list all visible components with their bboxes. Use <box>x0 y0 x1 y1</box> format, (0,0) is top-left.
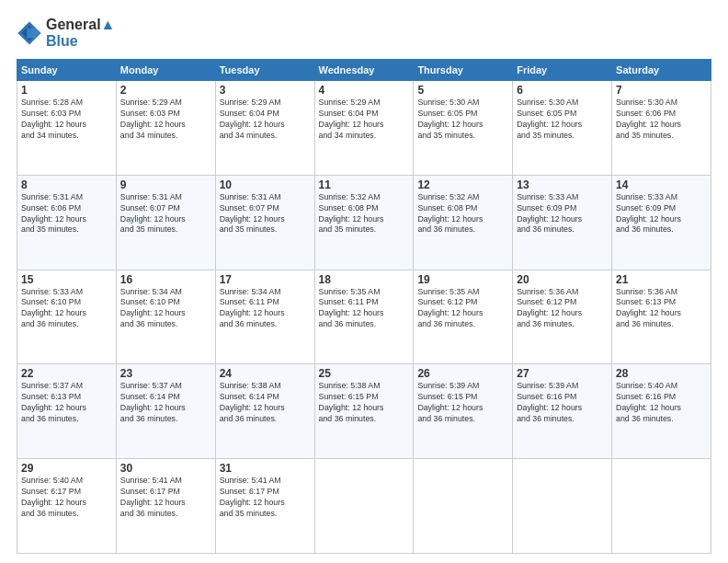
calendar-cell: 3Sunrise: 5:29 AM Sunset: 6:04 PM Daylig… <box>215 81 314 176</box>
calendar-cell: 1Sunrise: 5:28 AM Sunset: 6:03 PM Daylig… <box>17 81 117 176</box>
day-number: 3 <box>220 84 311 97</box>
calendar-cell: 2Sunrise: 5:29 AM Sunset: 6:03 PM Daylig… <box>116 81 215 176</box>
day-number: 23 <box>120 367 211 380</box>
day-number: 10 <box>220 178 311 191</box>
calendar-cell: 23Sunrise: 5:37 AM Sunset: 6:14 PM Dayli… <box>116 364 215 459</box>
calendar-week-row: 22Sunrise: 5:37 AM Sunset: 6:13 PM Dayli… <box>17 364 711 459</box>
day-info: Sunrise: 5:29 AM Sunset: 6:03 PM Dayligh… <box>120 98 211 142</box>
day-info: Sunrise: 5:30 AM Sunset: 6:06 PM Dayligh… <box>616 98 707 142</box>
day-number: 5 <box>417 84 508 97</box>
calendar-cell: 24Sunrise: 5:38 AM Sunset: 6:14 PM Dayli… <box>215 364 314 459</box>
calendar-cell: 5Sunrise: 5:30 AM Sunset: 6:05 PM Daylig… <box>414 81 513 176</box>
day-info: Sunrise: 5:40 AM Sunset: 6:16 PM Dayligh… <box>616 381 707 425</box>
day-number: 13 <box>517 178 608 191</box>
dow-header: Wednesday <box>314 60 414 81</box>
day-number: 4 <box>319 84 410 97</box>
day-info: Sunrise: 5:36 AM Sunset: 6:12 PM Dayligh… <box>517 287 608 331</box>
calendar-cell: 26Sunrise: 5:39 AM Sunset: 6:15 PM Dayli… <box>414 364 513 459</box>
day-info: Sunrise: 5:35 AM Sunset: 6:12 PM Dayligh… <box>417 287 508 331</box>
calendar-table: SundayMondayTuesdayWednesdayThursdayFrid… <box>17 59 711 554</box>
calendar-cell: 6Sunrise: 5:30 AM Sunset: 6:05 PM Daylig… <box>513 81 612 176</box>
day-number: 29 <box>21 462 112 475</box>
day-info: Sunrise: 5:31 AM Sunset: 6:06 PM Dayligh… <box>21 192 112 236</box>
calendar-week-row: 8Sunrise: 5:31 AM Sunset: 6:06 PM Daylig… <box>17 175 711 270</box>
days-of-week-row: SundayMondayTuesdayWednesdayThursdayFrid… <box>17 60 711 81</box>
day-number: 2 <box>120 84 211 97</box>
day-info: Sunrise: 5:38 AM Sunset: 6:14 PM Dayligh… <box>220 381 311 425</box>
day-info: Sunrise: 5:40 AM Sunset: 6:17 PM Dayligh… <box>21 476 112 520</box>
day-number: 16 <box>120 273 211 286</box>
calendar-cell: 15Sunrise: 5:33 AM Sunset: 6:10 PM Dayli… <box>17 270 117 364</box>
calendar-cell <box>314 459 414 554</box>
day-number: 7 <box>616 84 707 97</box>
day-number: 14 <box>616 178 707 191</box>
day-info: Sunrise: 5:33 AM Sunset: 6:09 PM Dayligh… <box>616 192 707 236</box>
calendar-cell: 9Sunrise: 5:31 AM Sunset: 6:07 PM Daylig… <box>116 175 215 270</box>
logo: General▲ Blue <box>17 17 115 50</box>
day-info: Sunrise: 5:39 AM Sunset: 6:15 PM Dayligh… <box>417 381 508 425</box>
calendar-cell <box>513 459 612 554</box>
calendar-cell: 29Sunrise: 5:40 AM Sunset: 6:17 PM Dayli… <box>17 459 117 554</box>
calendar-week-row: 1Sunrise: 5:28 AM Sunset: 6:03 PM Daylig… <box>17 81 711 176</box>
day-info: Sunrise: 5:41 AM Sunset: 6:17 PM Dayligh… <box>220 476 311 520</box>
dow-header: Tuesday <box>215 60 314 81</box>
day-number: 31 <box>220 462 311 475</box>
day-number: 26 <box>417 367 508 380</box>
day-number: 8 <box>21 178 112 191</box>
day-number: 15 <box>21 273 112 286</box>
day-info: Sunrise: 5:28 AM Sunset: 6:03 PM Dayligh… <box>21 98 112 142</box>
day-info: Sunrise: 5:32 AM Sunset: 6:08 PM Dayligh… <box>417 192 508 236</box>
day-info: Sunrise: 5:36 AM Sunset: 6:13 PM Dayligh… <box>616 287 707 331</box>
day-info: Sunrise: 5:29 AM Sunset: 6:04 PM Dayligh… <box>220 98 311 142</box>
dow-header: Friday <box>513 60 612 81</box>
day-info: Sunrise: 5:30 AM Sunset: 6:05 PM Dayligh… <box>417 98 508 142</box>
day-info: Sunrise: 5:34 AM Sunset: 6:10 PM Dayligh… <box>120 287 211 331</box>
day-number: 9 <box>120 178 211 191</box>
day-info: Sunrise: 5:30 AM Sunset: 6:05 PM Dayligh… <box>517 98 608 142</box>
calendar-page: General▲ Blue SundayMondayTuesdayWednesd… <box>0 0 728 563</box>
day-number: 6 <box>517 84 608 97</box>
day-info: Sunrise: 5:31 AM Sunset: 6:07 PM Dayligh… <box>220 192 311 236</box>
day-number: 18 <box>319 273 410 286</box>
day-number: 11 <box>319 178 410 191</box>
day-number: 28 <box>616 367 707 380</box>
calendar-cell: 14Sunrise: 5:33 AM Sunset: 6:09 PM Dayli… <box>612 175 711 270</box>
calendar-cell <box>612 459 711 554</box>
calendar-cell: 10Sunrise: 5:31 AM Sunset: 6:07 PM Dayli… <box>215 175 314 270</box>
calendar-cell: 21Sunrise: 5:36 AM Sunset: 6:13 PM Dayli… <box>612 270 711 364</box>
day-info: Sunrise: 5:31 AM Sunset: 6:07 PM Dayligh… <box>120 192 211 236</box>
calendar-cell: 13Sunrise: 5:33 AM Sunset: 6:09 PM Dayli… <box>513 175 612 270</box>
dow-header: Saturday <box>612 60 711 81</box>
calendar-cell: 16Sunrise: 5:34 AM Sunset: 6:10 PM Dayli… <box>116 270 215 364</box>
logo-text: General▲ Blue <box>46 17 115 50</box>
calendar-cell: 25Sunrise: 5:38 AM Sunset: 6:15 PM Dayli… <box>314 364 414 459</box>
day-number: 27 <box>517 367 608 380</box>
dow-header: Sunday <box>17 60 117 81</box>
day-info: Sunrise: 5:34 AM Sunset: 6:11 PM Dayligh… <box>220 287 311 331</box>
day-number: 25 <box>319 367 410 380</box>
day-info: Sunrise: 5:35 AM Sunset: 6:11 PM Dayligh… <box>319 287 410 331</box>
day-info: Sunrise: 5:39 AM Sunset: 6:16 PM Dayligh… <box>517 381 608 425</box>
calendar-cell: 11Sunrise: 5:32 AM Sunset: 6:08 PM Dayli… <box>314 175 414 270</box>
day-info: Sunrise: 5:32 AM Sunset: 6:08 PM Dayligh… <box>319 192 410 236</box>
day-info: Sunrise: 5:41 AM Sunset: 6:17 PM Dayligh… <box>120 476 211 520</box>
calendar-cell: 30Sunrise: 5:41 AM Sunset: 6:17 PM Dayli… <box>116 459 215 554</box>
calendar-cell: 22Sunrise: 5:37 AM Sunset: 6:13 PM Dayli… <box>17 364 117 459</box>
dow-header: Monday <box>116 60 215 81</box>
calendar-cell: 4Sunrise: 5:29 AM Sunset: 6:04 PM Daylig… <box>314 81 414 176</box>
svg-marker-2 <box>27 28 40 38</box>
day-info: Sunrise: 5:33 AM Sunset: 6:10 PM Dayligh… <box>21 287 112 331</box>
day-info: Sunrise: 5:33 AM Sunset: 6:09 PM Dayligh… <box>517 192 608 236</box>
header: General▲ Blue <box>17 17 711 50</box>
calendar-cell: 31Sunrise: 5:41 AM Sunset: 6:17 PM Dayli… <box>215 459 314 554</box>
day-number: 30 <box>120 462 211 475</box>
calendar-week-row: 29Sunrise: 5:40 AM Sunset: 6:17 PM Dayli… <box>17 459 711 554</box>
calendar-cell: 19Sunrise: 5:35 AM Sunset: 6:12 PM Dayli… <box>414 270 513 364</box>
calendar-cell: 28Sunrise: 5:40 AM Sunset: 6:16 PM Dayli… <box>612 364 711 459</box>
day-number: 19 <box>417 273 508 286</box>
day-number: 17 <box>220 273 311 286</box>
day-number: 22 <box>21 367 112 380</box>
day-info: Sunrise: 5:29 AM Sunset: 6:04 PM Dayligh… <box>319 98 410 142</box>
calendar-week-row: 15Sunrise: 5:33 AM Sunset: 6:10 PM Dayli… <box>17 270 711 364</box>
calendar-cell: 27Sunrise: 5:39 AM Sunset: 6:16 PM Dayli… <box>513 364 612 459</box>
